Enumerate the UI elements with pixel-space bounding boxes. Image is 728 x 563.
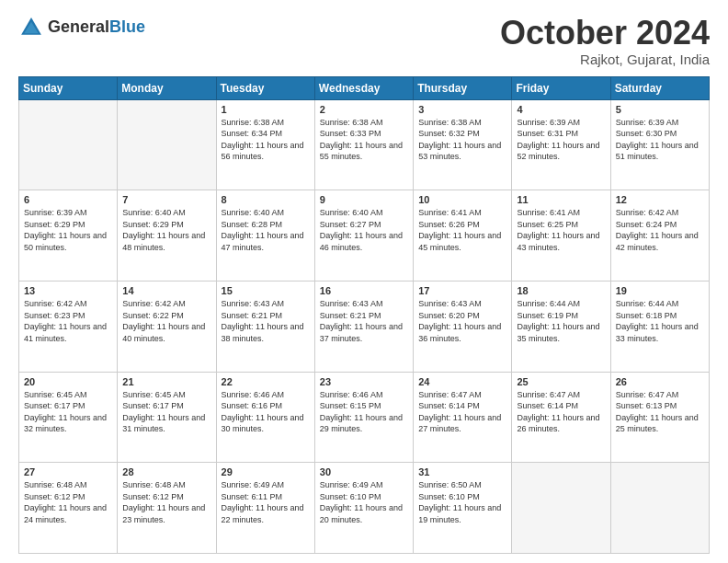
calendar-cell: 6Sunrise: 6:39 AMSunset: 6:29 PMDaylight… (19, 190, 118, 282)
day-number: 11 (517, 194, 605, 205)
day-number: 19 (616, 285, 704, 296)
day-detail: Sunrise: 6:43 AMSunset: 6:21 PMDaylight:… (222, 298, 310, 344)
page: GeneralBlue October 2024 Rajkot, Gujarat… (0, 0, 728, 563)
day-detail: Sunrise: 6:41 AMSunset: 6:26 PMDaylight:… (418, 207, 506, 253)
day-number: 8 (222, 194, 310, 205)
day-number: 14 (122, 285, 210, 296)
weekday-header: Friday (512, 76, 610, 99)
day-detail: Sunrise: 6:47 AMSunset: 6:14 PMDaylight:… (418, 389, 506, 435)
day-number: 3 (418, 104, 506, 115)
day-number: 26 (616, 376, 704, 387)
calendar-week-row: 6Sunrise: 6:39 AMSunset: 6:29 PMDaylight… (19, 190, 710, 282)
calendar-cell: 10Sunrise: 6:41 AMSunset: 6:26 PMDayligh… (414, 190, 512, 282)
day-number: 20 (24, 376, 112, 387)
weekday-header: Tuesday (216, 76, 314, 99)
day-number: 30 (320, 466, 408, 477)
day-number: 28 (122, 466, 210, 477)
calendar-cell: 28Sunrise: 6:48 AMSunset: 6:12 PMDayligh… (118, 463, 216, 554)
day-number: 31 (418, 466, 506, 477)
calendar-table: SundayMondayTuesdayWednesdayThursdayFrid… (18, 76, 710, 554)
calendar-cell: 31Sunrise: 6:50 AMSunset: 6:10 PMDayligh… (414, 463, 512, 554)
calendar-week-row: 1Sunrise: 6:38 AMSunset: 6:34 PMDaylight… (19, 99, 710, 190)
day-number: 27 (24, 466, 112, 477)
calendar-cell: 19Sunrise: 6:44 AMSunset: 6:18 PMDayligh… (610, 281, 709, 372)
calendar-cell: 17Sunrise: 6:43 AMSunset: 6:20 PMDayligh… (414, 281, 512, 372)
day-number: 17 (418, 285, 506, 296)
day-detail: Sunrise: 6:47 AMSunset: 6:14 PMDaylight:… (517, 389, 605, 435)
day-number: 9 (320, 194, 408, 205)
day-detail: Sunrise: 6:50 AMSunset: 6:10 PMDaylight:… (418, 479, 506, 525)
calendar-cell: 7Sunrise: 6:40 AMSunset: 6:29 PMDaylight… (118, 190, 216, 282)
calendar-cell: 2Sunrise: 6:38 AMSunset: 6:33 PMDaylight… (314, 99, 413, 190)
calendar-cell: 11Sunrise: 6:41 AMSunset: 6:25 PMDayligh… (512, 190, 610, 282)
day-detail: Sunrise: 6:40 AMSunset: 6:29 PMDaylight:… (122, 207, 210, 253)
day-number: 18 (517, 285, 605, 296)
day-detail: Sunrise: 6:49 AMSunset: 6:10 PMDaylight:… (320, 479, 408, 525)
calendar-cell (610, 463, 709, 554)
day-detail: Sunrise: 6:46 AMSunset: 6:16 PMDaylight:… (222, 389, 310, 435)
calendar-cell: 13Sunrise: 6:42 AMSunset: 6:23 PMDayligh… (19, 281, 118, 372)
calendar-cell: 22Sunrise: 6:46 AMSunset: 6:16 PMDayligh… (216, 372, 314, 463)
day-number: 7 (122, 194, 210, 205)
day-detail: Sunrise: 6:46 AMSunset: 6:15 PMDaylight:… (320, 389, 408, 435)
day-number: 12 (616, 194, 704, 205)
day-detail: Sunrise: 6:39 AMSunset: 6:31 PMDaylight:… (517, 117, 605, 163)
calendar-cell: 29Sunrise: 6:49 AMSunset: 6:11 PMDayligh… (216, 463, 314, 554)
calendar-cell: 1Sunrise: 6:38 AMSunset: 6:34 PMDaylight… (216, 99, 314, 190)
title-block: October 2024 Rajkot, Gujarat, India (500, 15, 710, 67)
calendar-cell: 25Sunrise: 6:47 AMSunset: 6:14 PMDayligh… (512, 372, 610, 463)
calendar-cell: 9Sunrise: 6:40 AMSunset: 6:27 PMDaylight… (314, 190, 413, 282)
day-detail: Sunrise: 6:40 AMSunset: 6:28 PMDaylight:… (222, 207, 310, 253)
calendar-cell: 15Sunrise: 6:43 AMSunset: 6:21 PMDayligh… (216, 281, 314, 372)
weekday-header-row: SundayMondayTuesdayWednesdayThursdayFrid… (19, 76, 710, 99)
weekday-header: Thursday (414, 76, 512, 99)
calendar-cell (19, 99, 118, 190)
day-number: 4 (517, 104, 605, 115)
location: Rajkot, Gujarat, India (500, 52, 710, 67)
day-number: 23 (320, 376, 408, 387)
day-detail: Sunrise: 6:43 AMSunset: 6:21 PMDaylight:… (320, 298, 408, 344)
header: GeneralBlue October 2024 Rajkot, Gujarat… (18, 15, 710, 67)
day-number: 15 (222, 285, 310, 296)
calendar-cell (512, 463, 610, 554)
calendar-cell: 3Sunrise: 6:38 AMSunset: 6:32 PMDaylight… (414, 99, 512, 190)
calendar-week-row: 27Sunrise: 6:48 AMSunset: 6:12 PMDayligh… (19, 463, 710, 554)
calendar-cell: 18Sunrise: 6:44 AMSunset: 6:19 PMDayligh… (512, 281, 610, 372)
day-detail: Sunrise: 6:45 AMSunset: 6:17 PMDaylight:… (24, 389, 112, 435)
day-number: 16 (320, 285, 408, 296)
day-detail: Sunrise: 6:45 AMSunset: 6:17 PMDaylight:… (122, 389, 210, 435)
day-detail: Sunrise: 6:39 AMSunset: 6:29 PMDaylight:… (24, 207, 112, 253)
day-number: 6 (24, 194, 112, 205)
day-number: 2 (320, 104, 408, 115)
day-detail: Sunrise: 6:44 AMSunset: 6:18 PMDaylight:… (616, 298, 704, 344)
day-number: 29 (222, 466, 310, 477)
calendar-cell: 16Sunrise: 6:43 AMSunset: 6:21 PMDayligh… (314, 281, 413, 372)
calendar-week-row: 13Sunrise: 6:42 AMSunset: 6:23 PMDayligh… (19, 281, 710, 372)
day-detail: Sunrise: 6:42 AMSunset: 6:24 PMDaylight:… (616, 207, 704, 253)
day-number: 10 (418, 194, 506, 205)
calendar-cell: 12Sunrise: 6:42 AMSunset: 6:24 PMDayligh… (610, 190, 709, 282)
weekday-header: Sunday (19, 76, 118, 99)
calendar-cell: 8Sunrise: 6:40 AMSunset: 6:28 PMDaylight… (216, 190, 314, 282)
day-detail: Sunrise: 6:48 AMSunset: 6:12 PMDaylight:… (122, 479, 210, 525)
month-title: October 2024 (500, 15, 710, 52)
calendar-week-row: 20Sunrise: 6:45 AMSunset: 6:17 PMDayligh… (19, 372, 710, 463)
calendar-cell: 30Sunrise: 6:49 AMSunset: 6:10 PMDayligh… (314, 463, 413, 554)
day-detail: Sunrise: 6:43 AMSunset: 6:20 PMDaylight:… (418, 298, 506, 344)
day-detail: Sunrise: 6:42 AMSunset: 6:22 PMDaylight:… (122, 298, 210, 344)
day-detail: Sunrise: 6:48 AMSunset: 6:12 PMDaylight:… (24, 479, 112, 525)
day-detail: Sunrise: 6:49 AMSunset: 6:11 PMDaylight:… (222, 479, 310, 525)
calendar-cell: 24Sunrise: 6:47 AMSunset: 6:14 PMDayligh… (414, 372, 512, 463)
day-detail: Sunrise: 6:38 AMSunset: 6:32 PMDaylight:… (418, 117, 506, 163)
calendar-cell: 23Sunrise: 6:46 AMSunset: 6:15 PMDayligh… (314, 372, 413, 463)
day-detail: Sunrise: 6:40 AMSunset: 6:27 PMDaylight:… (320, 207, 408, 253)
day-number: 24 (418, 376, 506, 387)
calendar-cell: 14Sunrise: 6:42 AMSunset: 6:22 PMDayligh… (118, 281, 216, 372)
weekday-header: Monday (118, 76, 216, 99)
calendar-cell: 20Sunrise: 6:45 AMSunset: 6:17 PMDayligh… (19, 372, 118, 463)
day-detail: Sunrise: 6:47 AMSunset: 6:13 PMDaylight:… (616, 389, 704, 435)
calendar-cell: 26Sunrise: 6:47 AMSunset: 6:13 PMDayligh… (610, 372, 709, 463)
day-detail: Sunrise: 6:41 AMSunset: 6:25 PMDaylight:… (517, 207, 605, 253)
day-number: 1 (222, 104, 310, 115)
day-detail: Sunrise: 6:44 AMSunset: 6:19 PMDaylight:… (517, 298, 605, 344)
